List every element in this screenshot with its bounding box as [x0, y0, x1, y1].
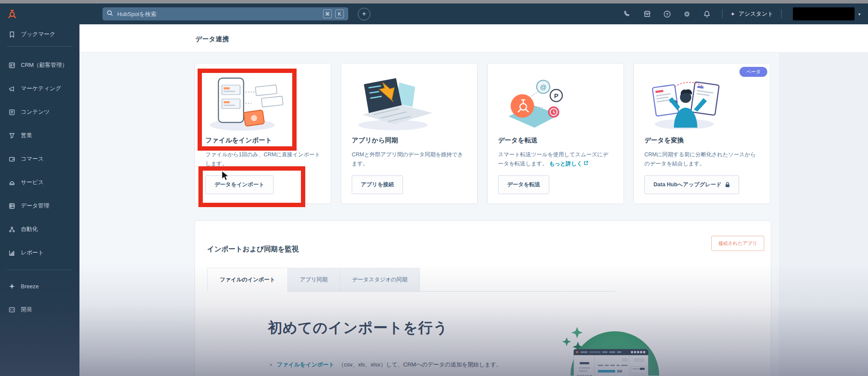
sidebar-item-reports[interactable]: レポート: [0, 241, 79, 264]
card-import-files: ファイルをインポート ファイルから1回のみ、CRMに直接インポートします。 デー…: [195, 63, 331, 204]
first-import-bullet: ✦ ファイルをインポート （csv、xls、xlsx）して、CRMへのデータの追…: [269, 361, 502, 369]
card-title: ファイルをインポート: [205, 136, 320, 145]
sidebar-item-bookmarks[interactable]: ブックマーク: [0, 26, 79, 43]
tab-file-imports[interactable]: ファイルのインポート: [207, 268, 288, 292]
assistant-button[interactable]: ✦ アシスタント: [728, 10, 776, 18]
cmd-key-badge: ⌘: [323, 10, 332, 18]
card-transform-data: ベータ: [634, 63, 770, 204]
import-file-link[interactable]: ファイルをインポート: [277, 361, 334, 369]
tab-app-sync[interactable]: アプリ同期: [288, 268, 340, 291]
import-file-illustration: [205, 72, 320, 132]
import-hero-illustration: [562, 326, 745, 376]
window-top-strip: [0, 0, 868, 3]
sidebar-divider: [7, 46, 73, 46]
svg-text:P: P: [554, 92, 558, 99]
settings-gear-icon[interactable]: ⚙: [677, 3, 697, 24]
sidebar-item-label: レポート: [21, 249, 44, 257]
global-search: ⌘ K: [102, 7, 348, 20]
green-dome-shape: [571, 331, 659, 376]
search-input[interactable]: [116, 10, 320, 18]
sidebar-divider: [7, 270, 73, 270]
beta-badge: ベータ: [739, 67, 767, 77]
learn-more-link[interactable]: もっと詳しく: [549, 161, 588, 167]
service-bell-icon: [9, 179, 15, 186]
database-icon: [9, 203, 15, 209]
sidebar-item-automation[interactable]: 自動化: [0, 218, 79, 241]
breeze-sparkle-icon: [9, 283, 15, 290]
monitor-section-title: インポートおよび同期を監視: [207, 245, 299, 254]
card-title: データを転送: [498, 136, 613, 145]
connected-apps-button[interactable]: 接続されたアプリ: [711, 236, 764, 251]
sidebar-item-label: 開発: [21, 306, 32, 313]
main-content: データ連携: [79, 24, 868, 376]
sidebar-item-label: サービス: [21, 178, 44, 186]
bookmark-icon: [9, 31, 15, 38]
marketplace-icon[interactable]: [637, 3, 657, 24]
bullet-sparkle-icon: ✦: [269, 363, 273, 367]
sidebar-item-label: 営業: [21, 132, 32, 139]
create-new-button[interactable]: +: [358, 8, 370, 20]
lock-icon: [725, 182, 730, 188]
page-header: データ連携: [79, 24, 868, 53]
sparkle-icon: ✦: [730, 11, 735, 17]
card-description: ファイルから1回のみ、CRMに直接インポートします。: [205, 150, 320, 168]
topbar: ⌘ K + ? ⚙: [0, 3, 868, 24]
app-window: ⌘ K + ? ⚙: [0, 0, 868, 376]
card-title: アプリから同期: [352, 136, 467, 145]
help-icon[interactable]: ?: [657, 3, 677, 24]
sidebar-item-sales[interactable]: 営業: [0, 124, 79, 147]
sidebar-item-label: マーケティング: [21, 85, 61, 92]
hubspot-logo-icon[interactable]: [6, 8, 17, 20]
topbar-divider: [781, 9, 782, 19]
app-sync-illustration: [352, 72, 467, 132]
green-sparkles-icon: [562, 326, 588, 360]
card-description: CRMと外部アプリ間のデータ同期を維持できます。: [352, 150, 467, 168]
card-sync-apps: アプリから同期 CRMと外部アプリ間のデータ同期を維持できます。 アプリを接続: [341, 63, 478, 204]
upgrade-data-hub-button[interactable]: Data Hubへアップグレード: [644, 175, 739, 194]
sidebar-item-development[interactable]: 開発: [0, 298, 79, 321]
sidebar-item-label: Breeze: [21, 283, 39, 290]
sidebar-item-service[interactable]: サービス: [0, 171, 79, 194]
sidebar-item-commerce[interactable]: コマース: [0, 147, 79, 171]
data-transform-illustration: [644, 72, 759, 132]
monitor-panel: インポートおよび同期を監視 接続されたアプリ ファイルのインポート アプリ同期 …: [195, 221, 771, 376]
sidebar-item-label: データ管理: [21, 202, 50, 210]
bar-chart-icon: [9, 250, 15, 256]
card-description: CRMに同期する前に分断化されたソースからのデータを結合します。: [644, 150, 759, 168]
account-caret-icon[interactable]: ▾: [858, 12, 861, 16]
contacts-icon: [9, 62, 15, 69]
sidebar-item-marketing[interactable]: マーケティング: [0, 77, 79, 100]
tab-data-studio-sync[interactable]: データスタジオの同期: [340, 268, 420, 291]
card-title: データを変換: [644, 136, 759, 145]
account-menu-redacted[interactable]: [793, 7, 855, 20]
notifications-bell-icon[interactable]: [697, 3, 717, 24]
topbar-actions: ? ⚙ ✦ アシスタント ▾: [617, 3, 861, 24]
svg-text:?: ?: [666, 12, 668, 16]
crm-browser-mockup: [574, 349, 648, 376]
external-link-icon: [584, 161, 588, 165]
transfer-data-button[interactable]: データを転送: [498, 175, 549, 194]
search-icon: [107, 10, 113, 18]
import-data-button[interactable]: データをインポート: [205, 175, 274, 194]
sidebar-item-breeze[interactable]: Breeze: [0, 274, 79, 298]
sidebar-item-content[interactable]: コンテンツ: [0, 100, 79, 124]
sidebar-item-label: ブックマーク: [21, 30, 56, 38]
sidebar-item-crm[interactable]: CRM（顧客管理）: [0, 53, 79, 77]
first-import-heading: 初めてのインポートを行う: [268, 318, 448, 338]
wallet-icon: [9, 156, 15, 162]
sidebar-item-label: 自動化: [21, 225, 38, 233]
megaphone-icon: [9, 86, 15, 92]
data-integration-cards: ファイルをインポート ファイルから1回のみ、CRMに直接インポートします。 デー…: [195, 63, 770, 204]
sidebar: ブックマーク CRM（顧客管理） マーケティング コンテンツ: [0, 24, 79, 376]
funnel-icon: [9, 132, 15, 139]
assistant-label: アシスタント: [739, 10, 773, 18]
card-transfer-data: @ P データを転送 スマート転送ツールを使用してスムーズにデータを転送します。…: [487, 63, 624, 204]
bullet-text: （csv、xls、xlsx）して、CRMへのデータの追加を開始します。: [338, 361, 502, 369]
monitor-tabs: ファイルのインポート アプリ同期 データスタジオの同期: [207, 268, 615, 292]
calling-icon[interactable]: [617, 3, 637, 24]
card-description: スマート転送ツールを使用してスムーズにデータを転送します。 もっと詳しく: [498, 150, 613, 168]
k-key-badge: K: [335, 10, 344, 18]
connect-app-button[interactable]: アプリを接続: [352, 175, 403, 194]
sidebar-item-data-management[interactable]: データ管理: [0, 194, 79, 218]
sidebar-item-label: CRM（顧客管理）: [21, 61, 68, 69]
